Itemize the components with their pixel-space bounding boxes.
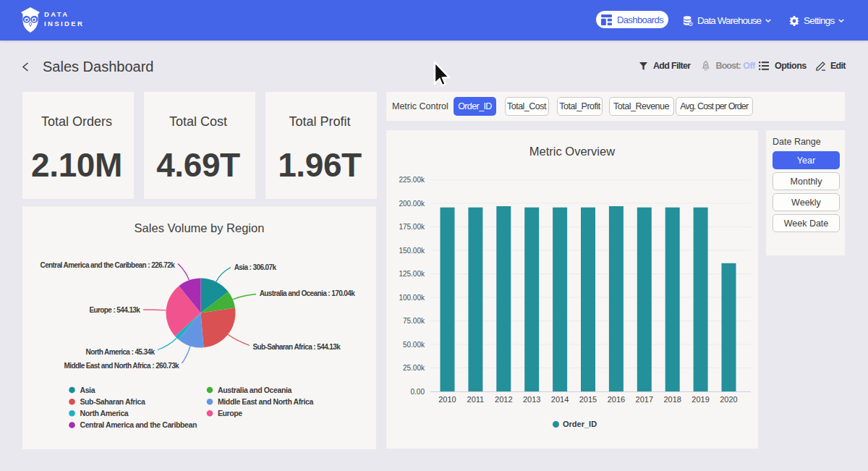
svg-text:2015: 2015 xyxy=(579,395,597,404)
svg-text:Asia : 306.07k: Asia : 306.07k xyxy=(234,263,277,271)
svg-text:2018: 2018 xyxy=(663,395,681,404)
svg-text:100.00k: 100.00k xyxy=(399,294,425,302)
svg-text:Middle East and North Africa: Middle East and North Africa xyxy=(218,397,313,406)
svg-text:Asia: Asia xyxy=(80,386,95,394)
svg-text:50.00k: 50.00k xyxy=(403,341,425,349)
svg-text:2012: 2012 xyxy=(495,395,512,404)
svg-text:Central America and the Caribb: Central America and the Caribbean : 226.… xyxy=(41,261,176,269)
svg-text:Central America and the Caribb: Central America and the Caribbean xyxy=(80,420,197,429)
svg-text:125.00k: 125.00k xyxy=(399,270,425,278)
svg-text:150.00k: 150.00k xyxy=(399,247,425,255)
svg-text:200.00k: 200.00k xyxy=(399,200,425,208)
svg-text:North America : 45.34k: North America : 45.34k xyxy=(86,348,156,356)
svg-text:2014: 2014 xyxy=(551,395,569,404)
svg-text:175.00k: 175.00k xyxy=(399,223,425,231)
svg-text:75.00k: 75.00k xyxy=(403,317,425,325)
svg-text:225.00k: 225.00k xyxy=(399,176,425,184)
svg-text:Europe: Europe xyxy=(218,409,242,417)
svg-text:2016: 2016 xyxy=(608,395,625,404)
svg-text:25.00k: 25.00k xyxy=(403,364,425,372)
svg-text:Sub-Saharan Africa: Sub-Saharan Africa xyxy=(80,397,145,406)
svg-text:2010: 2010 xyxy=(438,395,456,404)
svg-text:Order_ID: Order_ID xyxy=(563,420,597,428)
svg-text:2017: 2017 xyxy=(636,395,653,404)
svg-text:North America: North America xyxy=(80,409,129,417)
svg-text:Australia and Oceania : 170.04: Australia and Oceania : 170.04k xyxy=(260,289,356,297)
svg-text:2019: 2019 xyxy=(692,395,709,404)
svg-text:0.00: 0.00 xyxy=(411,388,425,396)
svg-text:Middle East and North Africa :: Middle East and North Africa : 260.73k xyxy=(64,362,180,370)
svg-text:2020: 2020 xyxy=(720,395,737,404)
svg-text:Europe : 544.13k: Europe : 544.13k xyxy=(89,306,140,314)
svg-text:Australia and Oceania: Australia and Oceania xyxy=(218,386,292,394)
svg-text:2013: 2013 xyxy=(523,395,540,404)
svg-text:2011: 2011 xyxy=(467,395,485,404)
svg-text:Sub-Saharan Africa : 544.13k: Sub-Saharan Africa : 544.13k xyxy=(253,343,341,351)
